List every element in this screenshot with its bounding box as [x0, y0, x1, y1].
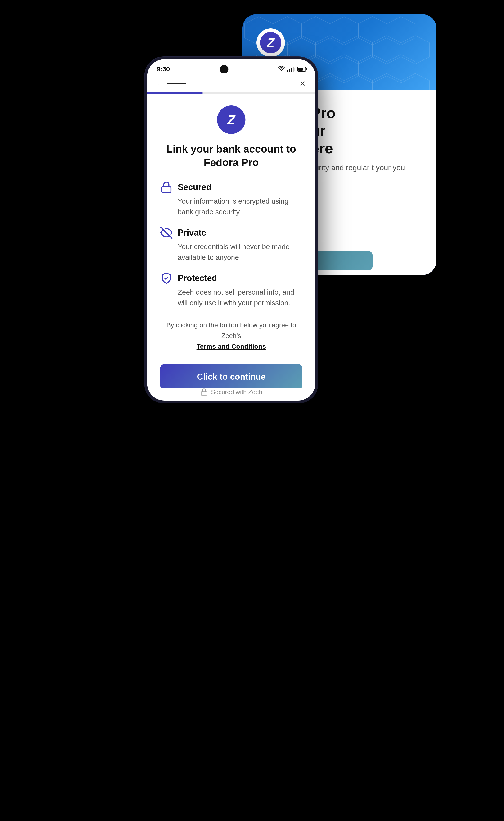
bg-logo: Z	[257, 28, 285, 57]
footer-text: Secured with Zeeh	[211, 388, 262, 396]
status-time: 9:30	[157, 65, 170, 73]
private-title: Private	[178, 228, 206, 238]
status-bar: 9:30	[147, 59, 315, 75]
svg-rect-2	[162, 187, 171, 192]
camera-dot	[220, 65, 228, 73]
svg-rect-4	[201, 392, 207, 395]
terms-link[interactable]: Terms and Conditions	[160, 341, 302, 352]
footer-lock-icon	[200, 388, 208, 396]
wifi-icon	[278, 66, 285, 72]
status-icons	[278, 66, 306, 72]
main-content: Z Link your bank account to Fedora Pro S…	[147, 94, 315, 388]
bg-card-title: Pro ur ere	[311, 104, 425, 157]
shield-check-icon	[160, 272, 172, 284]
secured-desc: Your information is encrypted using bank…	[160, 196, 302, 217]
page-title: Link your bank account to Fedora Pro	[160, 142, 302, 169]
bg-card-button	[311, 251, 373, 270]
protected-desc: Zeeh does not sell personal info, and wi…	[160, 287, 302, 308]
features-list: Secured Your information is encrypted us…	[160, 181, 302, 308]
footer: Secured with Zeeh	[147, 388, 315, 400]
nav-bar: ← ✕	[147, 75, 315, 92]
phone-shadow	[149, 812, 315, 821]
close-button[interactable]: ✕	[299, 79, 306, 88]
terms-text: By clicking on the button below you agre…	[160, 320, 302, 352]
back-button[interactable]: ←	[157, 79, 186, 88]
battery-icon	[297, 67, 306, 72]
signal-icon	[287, 67, 294, 72]
private-desc: Your credentials will never be made avai…	[160, 241, 302, 262]
nav-line	[167, 83, 186, 84]
bg-logo-letter: Z	[267, 36, 275, 50]
phone-device: 9:30	[145, 57, 318, 403]
feature-protected: Protected Zeeh does not sell personal in…	[160, 272, 302, 308]
back-arrow-icon: ←	[157, 79, 164, 88]
cta-button[interactable]: Click to continue	[160, 364, 302, 388]
app-logo: Z	[217, 105, 245, 134]
feature-private: Private Your credentials will never be m…	[160, 226, 302, 262]
bg-card-body: curity and regular t your you	[311, 162, 425, 173]
protected-title: Protected	[178, 273, 217, 283]
secured-title: Secured	[178, 182, 211, 192]
phone-screen: 9:30	[147, 59, 315, 400]
bg-card: Pro ur ere curity and regular t your you	[299, 90, 437, 275]
feature-secured: Secured Your information is encrypted us…	[160, 181, 302, 217]
lock-icon	[160, 181, 172, 193]
svg-point-1	[281, 70, 282, 71]
eye-off-icon	[160, 226, 172, 239]
app-logo-letter: Z	[227, 112, 235, 127]
